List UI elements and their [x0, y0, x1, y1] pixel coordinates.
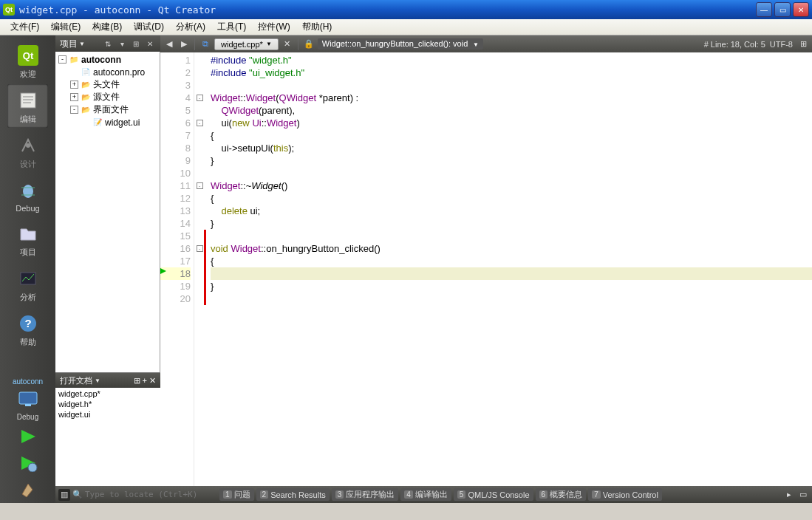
- nav-fwd-button[interactable]: ▶: [178, 38, 190, 50]
- svg-rect-2: [21, 93, 35, 108]
- split-editor-icon[interactable]: ⊞: [797, 38, 809, 50]
- folder-ui-icon: 📂: [81, 105, 91, 115]
- line-number-gutter[interactable]: 1234567891011121314151617181920: [160, 52, 194, 486]
- svg-rect-14: [25, 404, 31, 406]
- headers-folder[interactable]: 头文件: [93, 78, 120, 91]
- sources-folder[interactable]: 源文件: [93, 91, 120, 103]
- pro-file-icon: 📄: [81, 67, 91, 78]
- menu-帮助[interactable]: 帮助(H): [296, 19, 338, 35]
- maximize-button[interactable]: ▭: [774, 2, 791, 17]
- build-button[interactable]: [15, 479, 41, 500]
- close-panel-icon[interactable]: ✕: [149, 376, 156, 386]
- symbol-crumb[interactable]: Widget::on_hungryButton_clicked(): void …: [318, 38, 483, 49]
- split-icon[interactable]: ⊞: [130, 38, 142, 49]
- code-body[interactable]: #include "widget.h"#include "ui_widget.h…: [205, 52, 812, 486]
- close-file-icon[interactable]: ✕: [282, 38, 293, 50]
- minimize-button[interactable]: —: [756, 2, 772, 17]
- close-panel-icon[interactable]: ✕: [144, 38, 156, 49]
- search-icon: 🔍: [72, 490, 83, 499]
- mode-design[interactable]: 设计: [7, 129, 48, 173]
- sync-icon[interactable]: ⇅: [102, 38, 114, 49]
- analyze-icon: [16, 267, 40, 290]
- menu-构建[interactable]: 构建(B): [86, 19, 128, 35]
- svg-text:Qt: Qt: [22, 50, 33, 61]
- project-root[interactable]: autoconn: [81, 55, 121, 65]
- code-editor[interactable]: 1234567891011121314151617181920 ---- #in…: [160, 52, 812, 486]
- open-doc-item[interactable]: widget.cpp*: [58, 389, 157, 400]
- mode-projects[interactable]: 项目: [7, 217, 48, 261]
- expand-icon[interactable]: +: [70, 81, 78, 89]
- open-doc-item[interactable]: widget.h*: [58, 400, 157, 410]
- output-toggle-icon[interactable]: ▭: [797, 489, 809, 501]
- editor-toolbar: ◀ ▶ ⧉ widget.cpp* ▼ ✕ 🔒 Widget::on_hungr…: [160, 35, 812, 52]
- project-panel-header: 项目 ▼ ⇅ ▾ ⊞ ✕: [55, 35, 160, 52]
- output-tab-2[interactable]: 2Search Results: [256, 488, 330, 501]
- project-selector[interactable]: 项目 ▼: [60, 38, 85, 50]
- mode-analyze[interactable]: 分析: [7, 262, 48, 306]
- cursor-position: # Line: 18, Col: 5: [704, 40, 765, 49]
- run-button[interactable]: [15, 426, 41, 447]
- mode-welcome[interactable]: Qt 欢迎: [7, 39, 48, 83]
- lock-icon[interactable]: 🔒: [303, 38, 315, 50]
- menu-编辑[interactable]: 编辑(E): [45, 19, 86, 35]
- ui-file[interactable]: widget.ui: [105, 117, 140, 128]
- mode-edit[interactable]: 编辑: [7, 84, 48, 128]
- menu-控件[interactable]: 控件(W): [252, 19, 296, 35]
- fold-icon[interactable]: -: [197, 182, 203, 189]
- menubar: 文件(F)编辑(E)构建(B)调试(D)分析(A)工具(T)控件(W)帮助(H): [0, 19, 812, 35]
- expand-icon[interactable]: +: [70, 93, 78, 101]
- project-tree[interactable]: -📁autoconn 📄autoconn.pro +📂头文件 +📂源文件 -📂界…: [55, 52, 160, 372]
- filter-icon[interactable]: ▾: [116, 38, 128, 49]
- output-tab-7[interactable]: 7Version Control: [588, 488, 662, 501]
- folder-c-icon: 📂: [81, 92, 91, 103]
- menu-文件[interactable]: 文件(F): [4, 19, 45, 35]
- cpp-icon: ⧉: [199, 38, 211, 50]
- output-tab-1[interactable]: 1问题: [219, 488, 254, 501]
- output-tab-4[interactable]: 4编译输出: [400, 488, 451, 501]
- file-tab[interactable]: widget.cpp* ▼: [214, 38, 279, 50]
- fold-icon[interactable]: -: [197, 120, 203, 126]
- fold-column[interactable]: ----: [194, 52, 205, 486]
- mode-help[interactable]: ? 帮助: [7, 307, 48, 351]
- output-tab-6[interactable]: 6概要信息: [536, 488, 587, 501]
- change-marker: [204, 230, 206, 305]
- mode-bar: Qt 欢迎 编辑 设计 Debug 项目 分析 ? 帮助 autoconn: [0, 35, 55, 503]
- encoding-selector[interactable]: UTF-8: [770, 40, 793, 49]
- output-tab-3[interactable]: 3应用程序输出: [332, 488, 399, 501]
- menu-工具[interactable]: 工具(T): [211, 19, 252, 35]
- open-docs-list[interactable]: widget.cpp*widget.h*widget.ui: [55, 388, 160, 486]
- kit-name[interactable]: autoconn: [13, 377, 43, 386]
- nav-back-button[interactable]: ◀: [163, 38, 175, 50]
- open-doc-item[interactable]: widget.ui: [58, 410, 157, 420]
- mode-debug[interactable]: Debug: [7, 174, 48, 216]
- forms-folder[interactable]: 界面文件: [93, 103, 129, 116]
- design-icon: [16, 134, 40, 157]
- menu-分析[interactable]: 分析(A): [170, 19, 211, 35]
- fold-icon[interactable]: -: [197, 245, 203, 252]
- close-button[interactable]: ✕: [793, 2, 809, 17]
- fold-icon[interactable]: -: [197, 95, 203, 101]
- svg-point-15: [28, 463, 37, 472]
- folder-h-icon: 📂: [81, 80, 91, 90]
- menu-调试[interactable]: 调试(D): [128, 19, 170, 35]
- folder-icon: [16, 222, 40, 245]
- progress-icon[interactable]: ▸: [783, 489, 795, 501]
- expand-icon[interactable]: -: [58, 55, 66, 64]
- pro-file[interactable]: autoconn.pro: [93, 67, 145, 78]
- add-icon[interactable]: +: [143, 376, 147, 385]
- toggle-sidebar-icon[interactable]: ▥: [58, 489, 70, 501]
- expand-icon[interactable]: -: [70, 106, 78, 114]
- svg-rect-13: [19, 392, 37, 404]
- ui-file-icon: 📝: [92, 117, 103, 128]
- kit-selector[interactable]: Debug: [7, 386, 48, 422]
- locator-input[interactable]: [85, 490, 211, 499]
- open-documents-panel: 打开文档▼ ⊞ + ✕ widget.cpp*widget.h*widget.u…: [55, 372, 160, 486]
- svg-point-6: [26, 143, 30, 148]
- open-docs-title[interactable]: 打开文档: [60, 375, 92, 386]
- edit-icon: [16, 89, 40, 112]
- run-debug-button[interactable]: [15, 453, 41, 473]
- output-tab-5[interactable]: 5QML/JS Console: [454, 488, 533, 501]
- statusbar: ▥ 🔍 1问题2Search Results3应用程序输出4编译输出5QML/J…: [55, 486, 812, 503]
- split-icon[interactable]: ⊞: [134, 376, 140, 386]
- monitor-icon: [16, 388, 40, 411]
